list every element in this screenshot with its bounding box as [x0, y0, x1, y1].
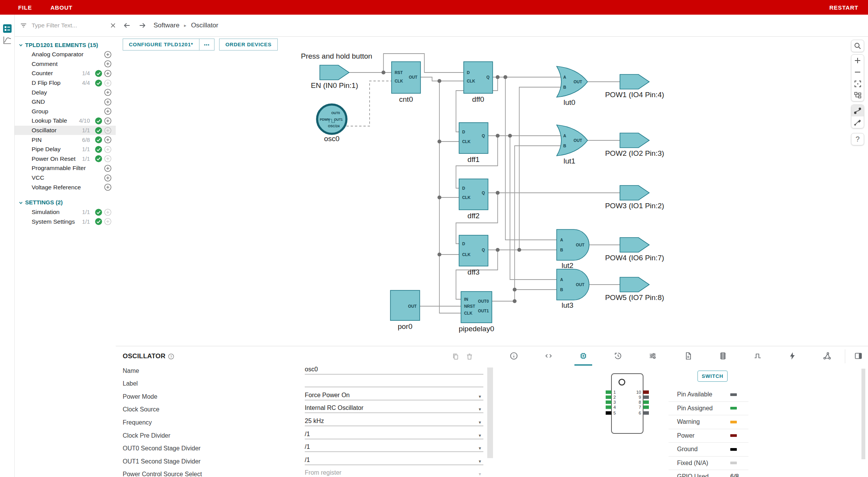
- back-arrow-icon[interactable]: [123, 21, 131, 30]
- property-select[interactable]: Force Power On▼: [305, 391, 483, 400]
- help-circle-icon[interactable]: ?: [168, 354, 174, 359]
- sidebar-item-oscillator[interactable]: Oscillator1/1: [15, 126, 116, 135]
- panel-tab-icon[interactable]: [854, 351, 863, 361]
- zoom-fit-icon[interactable]: [851, 78, 864, 89]
- sidebar-item-simulation[interactable]: Simulation1/1: [15, 207, 116, 217]
- schematic-block-dff0[interactable]: DCLKQdff0: [464, 62, 493, 103]
- add-icon[interactable]: [104, 117, 111, 125]
- schematic-block-pow2-io2-pin-3[interactable]: POW2 (IO2 Pin:3): [605, 133, 664, 157]
- schematic-block-dff1[interactable]: DCLKQdff1: [459, 123, 488, 163]
- sidebar-item-system-settings[interactable]: System Settings1/1: [15, 217, 116, 227]
- sidebar-item-pipe-delay[interactable]: Pipe Delay1/1: [15, 145, 116, 154]
- bolt-tab-icon[interactable]: [788, 351, 797, 361]
- add-icon[interactable]: [104, 136, 111, 143]
- register-tab-icon[interactable]: [718, 351, 728, 361]
- delete-icon[interactable]: [466, 352, 473, 360]
- code-tab-icon[interactable]: [544, 351, 553, 361]
- schematic-block-lut1[interactable]: ABOUTlut1: [557, 125, 588, 165]
- add-icon[interactable]: [104, 51, 111, 58]
- schematic-block-lut2[interactable]: ABOUTlut2: [557, 229, 589, 270]
- schematic-block-pow5-io7-pin-8[interactable]: POW5 (IO7 Pin:8): [605, 277, 664, 302]
- waveform-tab-icon[interactable]: [753, 351, 762, 361]
- schematic-block-pow1-io4-pin-4[interactable]: POW1 (IO4 Pin:4): [605, 74, 664, 99]
- chip-pinout-diagram[interactable]: 12345109876: [601, 367, 655, 437]
- schematic-block-pipedelay0[interactable]: INNRSTCLKOUT0OUT1pipedelay0: [459, 292, 494, 333]
- add-icon: [104, 209, 111, 216]
- document-tab-icon[interactable]: [684, 351, 693, 361]
- device-panel-scrollbar[interactable]: [861, 369, 865, 459]
- topology-tab-icon[interactable]: [822, 351, 832, 361]
- property-label: Name: [123, 367, 305, 374]
- scope-view-icon[interactable]: [3, 35, 12, 45]
- sidebar-item-power-on-reset[interactable]: Power On Reset1/1: [15, 154, 116, 164]
- filter-input[interactable]: [31, 22, 110, 29]
- copy-icon[interactable]: [452, 352, 459, 360]
- sidebar-item-lookup-table[interactable]: Lookup Table4/10: [15, 116, 116, 126]
- zoom-out-icon[interactable]: [851, 66, 864, 78]
- svg-text:pipedelay0: pipedelay0: [459, 325, 494, 333]
- draw-wire-icon[interactable]: [851, 116, 864, 128]
- add-icon[interactable]: [104, 108, 111, 115]
- order-devices-button[interactable]: ORDER DEVICES: [219, 39, 278, 51]
- property-input[interactable]: [305, 378, 483, 387]
- add-icon[interactable]: [104, 165, 111, 172]
- schematic-block-cnt0[interactable]: RSTCLKOUTcnt0: [392, 62, 420, 103]
- schematic-block-osc0[interactable]: OUT0PDWNOUT1OSC/24osc0: [317, 105, 346, 143]
- configure-button[interactable]: CONFIGURE TPLD1201*: [123, 39, 199, 51]
- tree-section-tpld1201-elements-15[interactable]: TPLD1201 ELEMENTS (15): [15, 40, 116, 50]
- add-icon[interactable]: [104, 174, 111, 182]
- switch-button[interactable]: SWITCH: [697, 371, 728, 382]
- restart-button[interactable]: RESTART: [829, 4, 858, 11]
- sidebar-item-counter[interactable]: Counter1/4: [15, 69, 116, 78]
- info-tab-icon[interactable]: [509, 351, 518, 361]
- sidebar-item-d-flip-flop[interactable]: D Flip Flop4/4: [15, 78, 116, 88]
- add-icon[interactable]: [104, 184, 111, 191]
- properties-scrollbar[interactable]: [487, 367, 493, 458]
- sidebar-item-delay[interactable]: Delay: [15, 88, 116, 97]
- schematic-block-pow4-io6-pin-7[interactable]: POW4 (IO6 Pin:7): [605, 238, 664, 262]
- svg-text:dff2: dff2: [468, 212, 480, 220]
- sidebar-item-analog-comparator[interactable]: Analog Comparator: [15, 50, 116, 59]
- menu-file[interactable]: FILE: [9, 4, 41, 11]
- property-select[interactable]: /1▼: [305, 443, 483, 452]
- sidebar-item-comment[interactable]: Comment: [15, 59, 116, 69]
- schematic-block-en-in0-pin-1[interactable]: EN (IN0 Pin:1): [311, 65, 358, 89]
- sidebar-item-programmable-filter[interactable]: Programmable Filter: [15, 163, 116, 173]
- chip-tab-icon[interactable]: [579, 351, 588, 361]
- sidebar-item-group[interactable]: Group: [15, 107, 116, 116]
- history-tab-icon[interactable]: [613, 351, 623, 361]
- search-icon[interactable]: [851, 40, 864, 52]
- schematic-block-pow3-io1-pin-2[interactable]: POW3 (IO1 Pin:2): [605, 185, 664, 210]
- help-icon[interactable]: ?: [851, 133, 864, 145]
- property-select[interactable]: 25 kHz▼: [305, 417, 483, 426]
- tree-section-settings-2[interactable]: SETTINGS (2): [15, 197, 116, 207]
- property-select[interactable]: /1▼: [305, 456, 483, 465]
- sidebar-item-voltage-reference[interactable]: Voltage Reference: [15, 182, 116, 192]
- zoom-in-icon[interactable]: [851, 55, 864, 66]
- property-select[interactable]: Internal RC Oscillator▼: [305, 404, 483, 413]
- property-select[interactable]: /1▼: [305, 430, 483, 439]
- more-options-button[interactable]: •••: [199, 39, 215, 51]
- sidebar-item-gnd[interactable]: GND: [15, 97, 116, 107]
- schematic-block-por0[interactable]: OUTpor0: [390, 290, 420, 330]
- sidebar-item-pin[interactable]: PIN6/8: [15, 135, 116, 145]
- tune-tab-icon[interactable]: [648, 351, 657, 361]
- tree-section-label: SETTINGS (2): [25, 199, 63, 206]
- schematic-canvas[interactable]: CONFIGURE TPLD1201* ••• ORDER DEVICES Pr…: [116, 37, 868, 346]
- menu-about[interactable]: ABOUT: [41, 4, 82, 11]
- add-icon[interactable]: [104, 98, 111, 106]
- sidebar-item-vcc[interactable]: VCC: [15, 173, 116, 183]
- add-icon[interactable]: [104, 89, 111, 96]
- route-wire-icon[interactable]: [851, 105, 864, 116]
- add-icon[interactable]: [104, 60, 111, 67]
- svg-text:CLK: CLK: [395, 79, 403, 83]
- property-input[interactable]: osc0: [305, 365, 483, 374]
- breadcrumb-root[interactable]: Software: [154, 22, 179, 29]
- schematic-block-lut0[interactable]: ABOUTlut0: [557, 66, 588, 106]
- add-icon[interactable]: [104, 70, 111, 77]
- schematic-block-dff2[interactable]: DCLKQdff2: [459, 179, 488, 220]
- forward-arrow-icon[interactable]: [138, 21, 147, 30]
- schematic-block-lut3[interactable]: ABOUTlut3: [557, 269, 589, 309]
- elements-view-icon[interactable]: [3, 24, 12, 33]
- auto-layout-icon[interactable]: [851, 89, 864, 101]
